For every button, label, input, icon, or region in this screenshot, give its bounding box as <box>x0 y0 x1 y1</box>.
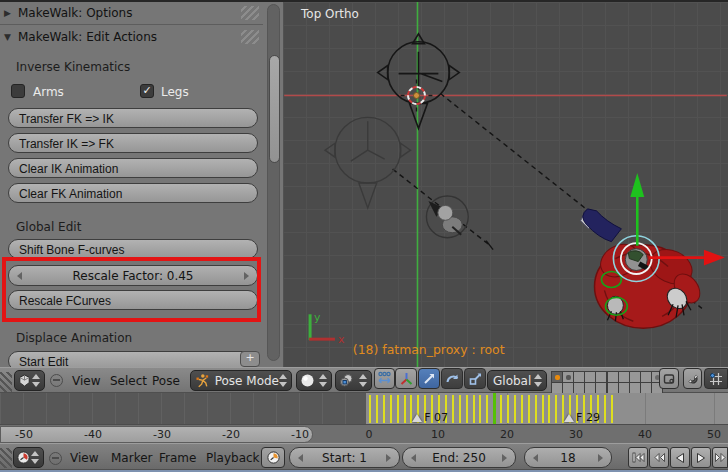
transform-orientation-dropdown[interactable]: Global <box>487 370 547 391</box>
field-increase-arrow-icon[interactable] <box>502 454 507 462</box>
layer-cell[interactable] <box>585 372 595 382</box>
timeline-marker-icon[interactable] <box>412 414 422 422</box>
timeline-marker-label: F 29 <box>576 411 600 424</box>
use-preview-range-toggle[interactable] <box>261 447 285 468</box>
editor-corner-handle[interactable] <box>0 448 12 468</box>
layer-cell[interactable] <box>630 383 640 393</box>
character-ghost[interactable] <box>426 196 468 238</box>
menu-frame[interactable]: Frame <box>159 451 196 465</box>
translate-manipulator-button[interactable] <box>418 368 440 389</box>
play-button[interactable] <box>691 447 711 468</box>
keyframe-tick <box>369 395 371 423</box>
scale-manipulator-button[interactable] <box>464 368 486 389</box>
keyframe-tick <box>376 395 378 423</box>
panel-drag-handle-icon[interactable] <box>241 30 259 44</box>
menu-pose[interactable]: Pose <box>152 374 180 388</box>
menu-view[interactable]: View <box>70 451 98 465</box>
field-increase-arrow-icon[interactable] <box>598 454 603 462</box>
timeline-keyframe-area[interactable]: F 07F 29 <box>0 393 728 424</box>
menu-marker[interactable]: Marker <box>111 451 152 465</box>
layer-cell[interactable] <box>563 372 573 382</box>
layer-cell[interactable] <box>641 383 651 393</box>
toolshelf-scrollbar[interactable] <box>267 4 280 361</box>
layer-cell[interactable] <box>563 383 573 393</box>
panel-header-makewalk-edit-actions[interactable]: ▼ MakeWalk: Edit Actions <box>4 28 259 46</box>
panel-drag-handle-icon[interactable] <box>241 6 259 20</box>
viewport-shading-dropdown[interactable] <box>296 370 332 391</box>
toolshelf-scrollbar-handle[interactable] <box>269 55 280 163</box>
inverse-kinematics-label: Inverse Kinematics <box>16 60 130 74</box>
lock-view-button[interactable] <box>659 368 679 389</box>
manipulate-center-points-toggle[interactable] <box>374 368 395 389</box>
layer-cell[interactable] <box>552 383 562 393</box>
clear-ik-animation-button[interactable]: Clear IK Animation <box>8 158 258 178</box>
shift-bone-fcurves-button[interactable]: Shift Bone F-curves <box>8 239 258 259</box>
menu-view[interactable]: View <box>72 374 100 388</box>
current-frame-field[interactable]: 18 <box>524 447 612 468</box>
menu-select[interactable]: Select <box>110 374 147 388</box>
mode-dropdown[interactable]: Pose Mode <box>190 370 292 391</box>
layer-cell[interactable] <box>574 383 584 393</box>
layer-object-dot <box>566 375 571 380</box>
end-frame-field[interactable]: End: 250 <box>402 447 516 468</box>
timeline-marker-icon[interactable] <box>564 414 574 422</box>
timeline-current-frame-line[interactable] <box>493 393 496 424</box>
start-frame-field[interactable]: Start: 1 <box>289 447 400 468</box>
collapse-menus-icon[interactable] <box>50 374 63 387</box>
layer-cell[interactable] <box>641 372 651 382</box>
manipulator-y-arrow[interactable] <box>630 173 644 197</box>
viewport-canvas[interactable]: y x Top Ortho (18) fatman_proxy : root <box>283 2 728 367</box>
pivot-point-dropdown[interactable] <box>335 370 372 391</box>
layer-grid-2[interactable] <box>607 371 663 394</box>
layer-cell[interactable] <box>596 372 606 382</box>
editor-type-dropdown[interactable] <box>13 447 44 468</box>
panel-header-makewalk-options[interactable]: ▶ MakeWalk: Options <box>4 4 259 22</box>
jump-to-start-button[interactable] <box>628 447 648 468</box>
layer-cell[interactable] <box>574 372 584 382</box>
layer-cell[interactable] <box>596 383 606 393</box>
manipulator-x-arrow[interactable] <box>704 250 725 266</box>
previous-keyframe-button[interactable] <box>649 447 669 468</box>
collapse-menus-icon[interactable] <box>49 452 62 465</box>
pose-mode-icon <box>195 373 210 388</box>
ruler-frame-label: -50 <box>15 428 33 441</box>
arms-checkbox[interactable] <box>11 84 25 98</box>
field-decrease-arrow-icon[interactable] <box>533 454 538 462</box>
root-bone-shape[interactable] <box>378 34 460 128</box>
legs-checkbox[interactable]: ✓ <box>140 84 154 98</box>
timeline-editor-icon <box>16 450 31 465</box>
timeline-scrollbar[interactable]: -50-40-30-20-1001020304050 <box>0 424 728 443</box>
layer-cell[interactable] <box>619 372 629 382</box>
clear-fk-animation-button[interactable]: Clear FK Animation <box>8 183 258 203</box>
3d-viewport[interactable]: y x Top Ortho (18) fatman_proxy : root <box>283 2 728 367</box>
rotate-manipulator-button[interactable] <box>441 368 463 389</box>
layer-cell[interactable] <box>608 372 618 382</box>
character-mesh[interactable] <box>581 209 706 328</box>
snap-element-dropdown[interactable] <box>704 368 728 389</box>
transfer-ik-fk-button[interactable]: Transfer IK => FK <box>8 133 258 153</box>
manipulator-toggle[interactable] <box>395 368 417 389</box>
snap-toggle-button[interactable] <box>683 368 702 389</box>
root-bone-ghost[interactable] <box>325 117 411 208</box>
keyframe-tick <box>390 395 392 423</box>
start-edit-button[interactable]: Start Edit <box>8 351 258 367</box>
menu-playback[interactable]: Playback <box>206 451 260 465</box>
layer-cell[interactable] <box>630 372 640 382</box>
next-keyframe-button[interactable] <box>712 447 728 468</box>
ruler-frame-label: 40 <box>638 428 652 441</box>
editor-type-dropdown[interactable] <box>14 370 45 391</box>
field-increase-arrow-icon[interactable] <box>386 454 391 462</box>
transfer-fk-ik-button[interactable]: Transfer FK => IK <box>8 108 258 128</box>
layer-cell[interactable] <box>619 383 629 393</box>
field-decrease-arrow-icon[interactable] <box>298 454 303 462</box>
layer-grid-1[interactable] <box>551 371 607 394</box>
keyframe-tick <box>514 395 516 423</box>
plus-icon[interactable]: + <box>240 351 260 367</box>
editor-corner-handle[interactable] <box>0 372 12 392</box>
play-reverse-button[interactable] <box>670 447 690 468</box>
layer-cell[interactable] <box>608 383 618 393</box>
field-decrease-arrow-icon[interactable] <box>411 454 416 462</box>
layer-cell[interactable] <box>585 383 595 393</box>
layer-cell-active[interactable] <box>552 372 562 382</box>
mini-axis-gizmo: y x <box>309 311 345 346</box>
